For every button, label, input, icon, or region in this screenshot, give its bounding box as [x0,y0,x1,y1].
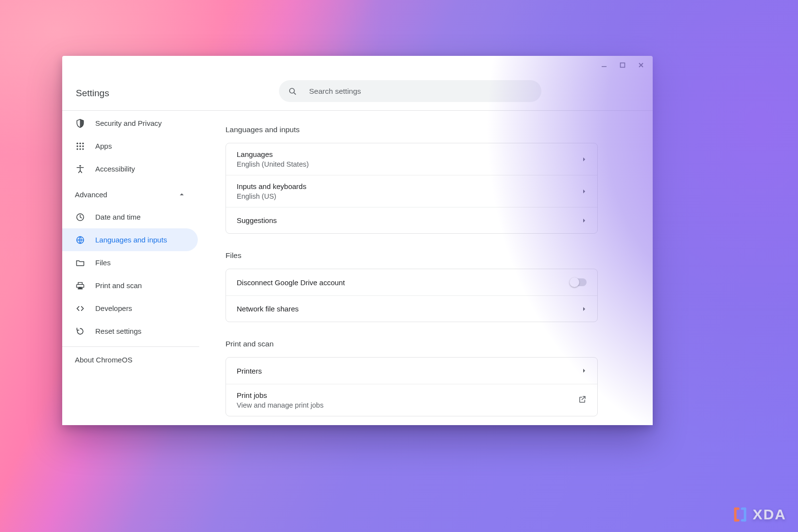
row-title: Network file shares [237,305,582,313]
window-body: Security and Privacy Apps Accessibility … [62,111,653,425]
svg-point-6 [79,145,81,147]
open-external-icon [578,395,587,406]
row-languages[interactable]: Languages English (United States) [226,143,597,175]
topbar: Settings [62,56,653,111]
sidebar-item-label: Date and time [95,213,140,221]
code-icon [75,303,86,314]
sidebar-item-label: Developers [95,304,132,312]
sidebar-group-label: Advanced [75,190,107,199]
card-languages-inputs: Languages English (United States) Inputs… [226,143,598,234]
row-network-file-shares[interactable]: Network file shares [226,295,597,322]
chevron-right-icon [582,187,587,196]
svg-point-2 [77,142,78,144]
clock-icon [75,212,86,223]
sidebar-item-about-chromeos[interactable]: About ChromeOS [62,347,199,364]
section-heading-files: Files [226,251,595,260]
svg-point-3 [79,142,81,144]
row-title: Disconnect Google Drive account [237,278,570,287]
svg-point-10 [82,148,84,150]
svg-point-4 [82,142,84,144]
sidebar-item-languages-inputs[interactable]: Languages and inputs [62,228,198,251]
reset-icon [75,326,86,337]
sidebar-item-label: Languages and inputs [95,236,167,244]
printer-icon [75,280,86,291]
watermark-bracket-icon [731,506,749,523]
svg-point-7 [82,145,84,147]
row-title: Suggestions [237,216,582,224]
svg-point-9 [79,148,81,150]
sidebar-item-files[interactable]: Files [62,251,199,274]
svg-rect-14 [79,287,82,289]
folder-icon [75,257,86,268]
chevron-right-icon [582,366,587,375]
chevron-right-icon [582,155,587,164]
section-heading-languages-inputs: Languages and inputs [226,125,595,134]
card-files: Disconnect Google Drive account Network … [226,269,598,322]
sidebar-item-developers[interactable]: Developers [62,297,199,320]
card-print-scan: Printers Print jobs View and manage prin… [226,357,598,416]
page-title: Settings [76,88,109,99]
row-printers[interactable]: Printers [226,358,597,384]
row-disconnect-drive[interactable]: Disconnect Google Drive account [226,269,597,295]
accessibility-icon [75,164,86,174]
settings-window: Settings Security and Privacy Apps [62,56,653,425]
sidebar-item-label: Apps [95,142,112,150]
row-title: Languages [237,150,582,158]
content-pane[interactable]: Languages and inputs Languages English (… [199,111,653,425]
sidebar-item-reset-settings[interactable]: Reset settings [62,320,199,343]
sidebar-item-accessibility[interactable]: Accessibility [62,157,199,180]
disconnect-drive-toggle[interactable] [570,278,587,286]
row-subtitle: View and manage print jobs [237,401,578,409]
svg-point-1 [290,88,295,93]
row-title: Printers [237,367,582,375]
sidebar-group-advanced[interactable]: Advanced [62,183,199,206]
sidebar-item-date-time[interactable]: Date and time [62,206,199,228]
svg-point-11 [79,165,81,166]
sidebar-item-label: Files [95,258,111,267]
svg-point-8 [77,148,78,150]
svg-point-5 [77,145,78,147]
chevron-right-icon [582,305,587,313]
chevron-right-icon [582,216,587,225]
row-suggestions[interactable]: Suggestions [226,207,597,233]
row-inputs-keyboards[interactable]: Inputs and keyboards English (US) [226,175,597,207]
sidebar-item-label: Reset settings [95,327,141,335]
apps-grid-icon [75,141,86,152]
chevron-up-icon [179,190,185,199]
row-title: Print jobs [237,391,578,399]
shield-icon [75,118,86,129]
row-print-jobs[interactable]: Print jobs View and manage print jobs [226,384,597,416]
sidebar-item-security-privacy[interactable]: Security and Privacy [62,112,199,135]
globe-icon [75,235,86,245]
sidebar-item-label: Security and Privacy [95,119,162,127]
search-input[interactable] [309,87,533,96]
row-subtitle: English (US) [237,192,582,200]
sidebar-item-apps[interactable]: Apps [62,135,199,157]
row-subtitle: English (United States) [237,160,582,168]
sidebar-item-label: About ChromeOS [75,356,132,364]
section-heading-print-scan: Print and scan [226,340,595,348]
sidebar-item-label: Accessibility [95,165,135,173]
sidebar: Security and Privacy Apps Accessibility … [62,111,199,425]
search-icon [288,86,297,96]
row-title: Inputs and keyboards [237,182,582,190]
sidebar-item-print-scan[interactable]: Print and scan [62,274,199,297]
watermark: XDA [731,506,786,523]
sidebar-item-label: Print and scan [95,281,142,290]
search-bar[interactable] [279,80,541,102]
watermark-text: XDA [753,506,786,523]
